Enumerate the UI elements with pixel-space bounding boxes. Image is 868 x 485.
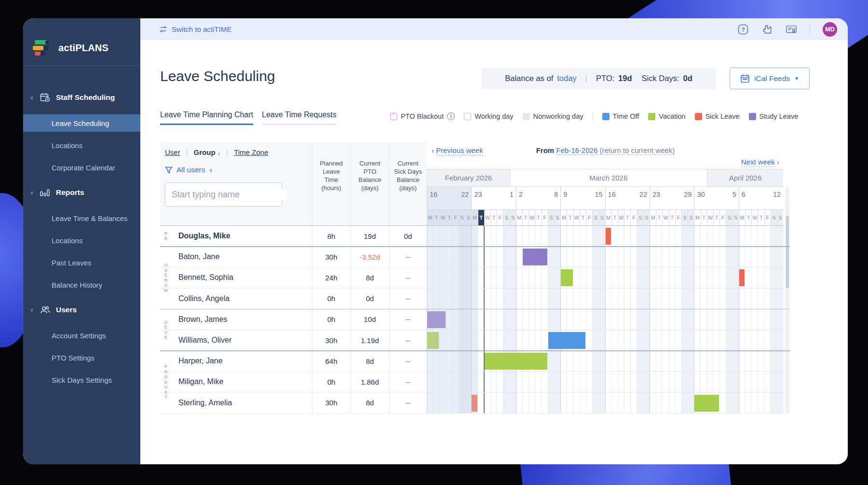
leave-block-sick[interactable] (606, 228, 611, 245)
gantt-row[interactable] (427, 309, 784, 330)
gantt-row[interactable] (427, 351, 784, 372)
day-letter-cell[interactable]: T (701, 210, 707, 225)
day-letter-cell[interactable]: S (554, 210, 560, 225)
user-name[interactable]: Brown, James (178, 309, 227, 330)
sort-by-group[interactable]: Group ↓ (194, 148, 221, 156)
sidebar-item-past-leaves[interactable]: Past Leaves (23, 254, 140, 271)
day-letter-cell[interactable]: F (630, 210, 637, 225)
day-letter-cell[interactable]: T (567, 210, 573, 225)
leave-block-vacation[interactable] (485, 353, 547, 370)
leave-block-study[interactable] (523, 249, 547, 265)
day-letter-cell[interactable]: F (542, 210, 548, 225)
sidebar-item-corporate-calendar[interactable]: Corporate Calendar (23, 159, 140, 176)
balance-today-link[interactable]: today (557, 74, 576, 83)
day-letter-cell[interactable]: S (598, 210, 605, 225)
day-letter-cell[interactable]: M (650, 210, 656, 225)
day-letter-cell[interactable]: M (427, 210, 433, 225)
day-letter-cell[interactable]: M (694, 210, 700, 225)
table-row-collins-angela[interactable]: Collins, Angela0h0d-- (160, 289, 427, 309)
gantt-grid[interactable] (427, 226, 784, 414)
day-letter-cell[interactable]: S (777, 210, 783, 225)
day-letter-cell[interactable]: W (573, 210, 580, 225)
day-letter-cell[interactable]: F (497, 210, 503, 225)
scrollbar-thumb[interactable] (786, 216, 789, 288)
user-avatar[interactable]: MD (823, 22, 837, 37)
day-letter-cell[interactable]: T (446, 210, 452, 225)
day-letter-cell[interactable]: W (439, 210, 446, 225)
day-letter-cell[interactable]: M (516, 210, 522, 225)
week-cell[interactable]: 305 (694, 187, 738, 209)
day-letter-cell[interactable]: T (713, 210, 719, 225)
gantt-row[interactable] (427, 289, 784, 309)
week-cell[interactable]: 2329 (650, 187, 694, 209)
week-cell[interactable]: 231 (471, 187, 515, 209)
day-letter-cell[interactable]: W (751, 210, 758, 225)
leave-block-study-past[interactable] (427, 311, 446, 328)
day-letter-cell[interactable]: T (669, 210, 675, 225)
week-cell[interactable]: 1622 (427, 187, 471, 209)
week-cell[interactable]: 28 (516, 187, 560, 209)
week-cell[interactable]: 612 (739, 187, 783, 209)
sidebar-item-sick-days-settings[interactable]: Sick Days Settings (23, 371, 140, 388)
sidebar-item-leave-scheduling[interactable]: Leave Scheduling (23, 114, 140, 132)
logo[interactable]: actiPLANS (23, 18, 140, 65)
sidebar-item-balance-history[interactable]: Balance History (23, 276, 140, 293)
day-letter-cell[interactable]: M (605, 210, 611, 225)
day-letter-cell[interactable]: T (522, 210, 529, 225)
day-letter-cell[interactable]: T (490, 210, 497, 225)
day-letter-cell[interactable]: T (745, 210, 751, 225)
sidebar-item-pto-settings[interactable]: PTO Settings (23, 349, 140, 366)
sort-by-timezone[interactable]: Time Zone (234, 148, 268, 156)
day-letter-cell[interactable]: S (681, 210, 688, 225)
day-letter-cell[interactable]: F (719, 210, 726, 225)
gantt-row[interactable] (427, 267, 784, 288)
gantt-row[interactable] (427, 247, 784, 267)
day-letter-cell[interactable]: S (732, 210, 739, 225)
day-letter-cell[interactable]: S (459, 210, 465, 225)
day-letter-cell[interactable]: F (452, 210, 459, 225)
gantt-row[interactable] (427, 330, 784, 351)
day-letter-cell[interactable]: T (758, 210, 764, 225)
day-letter-cell[interactable]: M (560, 210, 567, 225)
leave-block-timeoff[interactable] (548, 332, 585, 349)
sidebar-item-locations[interactable]: Locations (23, 232, 140, 249)
week-cell[interactable]: 1622 (605, 187, 650, 209)
user-name[interactable]: Bennett, Sophia (178, 267, 233, 288)
day-letter-cell[interactable]: T (433, 210, 439, 225)
all-users-filter[interactable]: All users ∨ (165, 166, 213, 174)
day-letter-cell[interactable]: F (675, 210, 681, 225)
table-row-baton-jane[interactable]: Baton, Jane30h-3.52d-- (160, 247, 427, 267)
from-date-link[interactable]: Feb-16-2026 (556, 146, 597, 155)
week-cell[interactable]: 915 (560, 187, 605, 209)
user-name[interactable]: Miligan, Mike (178, 372, 223, 392)
sidebar-item-leave-time-balances[interactable]: Leave Time & Balances (23, 209, 140, 227)
day-letter-cell[interactable]: T (535, 210, 541, 225)
day-letter-cell[interactable]: S (592, 210, 598, 225)
ical-feeds-button[interactable]: iCal Feeds ▼ (730, 68, 810, 89)
day-letter-cell[interactable]: T (656, 210, 662, 225)
switch-to-actitime-link[interactable]: Switch to actiTIME (159, 25, 231, 33)
search-input[interactable] (165, 190, 286, 200)
day-letter-cell[interactable]: S (503, 210, 509, 225)
today-day-cell[interactable]: T (478, 210, 484, 225)
user-name[interactable]: Douglas, Mike (178, 226, 231, 246)
day-letter-cell[interactable]: S (637, 210, 643, 225)
day-letter-cell[interactable]: W (484, 210, 490, 225)
user-name[interactable]: Sterling, Amelia (178, 393, 232, 413)
day-letter-cell[interactable]: T (580, 210, 586, 225)
table-row-sterling-amelia[interactable]: Sterling, Amelia30h8d-- (160, 393, 427, 414)
day-letter-cell[interactable]: S (465, 210, 471, 225)
day-letter-cell[interactable]: F (586, 210, 592, 225)
tab-leave-time-requests[interactable]: Leave Time Requests (262, 111, 337, 125)
help-icon[interactable]: ? (737, 24, 749, 35)
day-letter-cell[interactable]: S (726, 210, 732, 225)
return-to-current-week-link[interactable]: (return to current week) (599, 146, 675, 155)
day-letter-cell[interactable]: M (739, 210, 745, 225)
integrations-puzzle-icon[interactable] (761, 24, 773, 35)
table-row-miligan-mike[interactable]: Miligan, Mike0h1.86d-- (160, 372, 427, 392)
day-letter-cell[interactable]: T (611, 210, 618, 225)
table-row-bennett-sophia[interactable]: Bennett, Sophia24h8d-- (160, 267, 427, 288)
table-row-douglas-mike[interactable]: Douglas, Mike8h19d0d (160, 226, 427, 247)
user-name[interactable]: Baton, Jane (178, 247, 219, 267)
day-letter-cell[interactable]: W (707, 210, 713, 225)
